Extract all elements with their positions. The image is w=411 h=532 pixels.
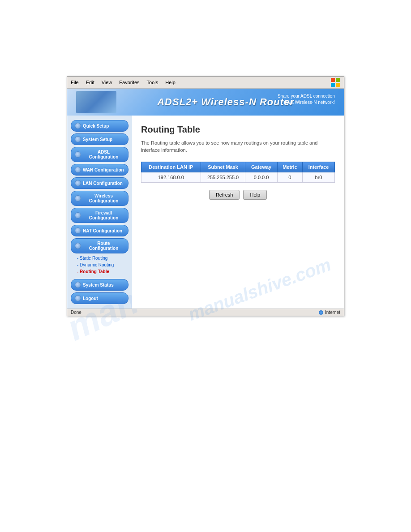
router-body: Quick Setup System Setup ADSL Configurat…: [67, 116, 344, 309]
header-image: [76, 91, 116, 113]
menu-view[interactable]: View: [102, 80, 112, 85]
nav-circle-icon: [75, 212, 81, 219]
main-content: Routing Table The Routing table allows y…: [132, 116, 344, 309]
col-dest-ip: Destination LAN IP: [141, 162, 201, 172]
sidebar-item-wan-config[interactable]: WAN Configuration: [71, 164, 128, 176]
page-description: The Routing table allows you to see how …: [141, 139, 335, 154]
browser-menubar: File Edit View Favorites Tools Help: [67, 77, 344, 89]
col-interface: Interface: [303, 162, 335, 172]
nav-circle-icon: [75, 195, 81, 202]
internet-label: Internet: [325, 310, 340, 315]
col-metric: Metric: [277, 162, 302, 172]
menu-file[interactable]: File: [71, 80, 79, 85]
nav-circle-icon: [75, 295, 81, 301]
browser-window: File Edit View Favorites Tools Help ADSL…: [67, 76, 344, 316]
sidebar-item-quick-setup[interactable]: Quick Setup: [71, 120, 128, 132]
svg-rect-0: [331, 78, 335, 82]
sidebar-item-nat-config[interactable]: NAT Configuration: [71, 225, 128, 236]
cell-gateway: 0.0.0.0: [245, 172, 277, 183]
sidebar-item-wireless-config[interactable]: Wireless Configuration: [71, 191, 128, 206]
sidebar-item-system-setup[interactable]: System Setup: [71, 133, 128, 145]
nav-circle-icon: [75, 151, 81, 158]
col-gateway: Gateway: [245, 162, 277, 172]
menu-help[interactable]: Help: [165, 80, 176, 85]
table-row: 192.168.0.0 255.255.255.0 0.0.0.0 0 br0: [141, 172, 335, 183]
header-subtitle: Share your ADSL connection via a Wireles…: [278, 93, 335, 106]
sidebar-item-system-status[interactable]: System Status: [71, 279, 128, 291]
nav-circle-icon: [75, 282, 81, 288]
nav-circle-icon: [75, 243, 81, 249]
sidebar: Quick Setup System Setup ADSL Configurat…: [67, 116, 132, 309]
col-subnet-mask: Subnet Mask: [201, 162, 245, 172]
cell-dest-ip: 192.168.0.0: [141, 172, 201, 183]
cell-subnet-mask: 255.255.255.0: [201, 172, 245, 183]
subnav-routing-table[interactable]: Routing Table: [76, 269, 128, 275]
page-title: Routing Table: [141, 124, 335, 135]
nav-circle-icon: [75, 123, 81, 129]
sidebar-item-firewall-config[interactable]: Firewall Configuration: [71, 208, 128, 223]
subnav-dynamic-routing[interactable]: Dynamic Routing: [76, 262, 128, 268]
menu-tools[interactable]: Tools: [147, 80, 158, 85]
nav-circle-icon: [75, 167, 81, 173]
sub-nav: Static Routing Dynamic Routing Routing T…: [71, 255, 128, 275]
action-buttons: Refresh Help: [141, 190, 335, 200]
windows-logo-icon: [330, 77, 340, 87]
sidebar-item-lan-config[interactable]: LAN Configuration: [71, 177, 128, 189]
sidebar-item-route-config[interactable]: Route Configuration: [71, 238, 128, 253]
nav-circle-icon: [75, 136, 81, 142]
router-ui: ADSL2+ Wireless-N Router Share your ADSL…: [67, 89, 344, 316]
sidebar-item-adsl-config[interactable]: ADSL Configuration: [71, 147, 128, 162]
svg-rect-2: [331, 83, 335, 87]
status-bar: Done Internet: [67, 309, 344, 316]
status-bar-right: Internet: [319, 310, 340, 315]
help-button[interactable]: Help: [243, 190, 267, 200]
svg-rect-3: [336, 83, 340, 87]
refresh-button[interactable]: Refresh: [209, 190, 240, 200]
nav-circle-icon: [75, 227, 81, 234]
router-header: ADSL2+ Wireless-N Router Share your ADSL…: [67, 89, 344, 116]
nav-circle-icon: [75, 180, 81, 186]
cell-metric: 0: [277, 172, 302, 183]
status-text: Done: [71, 310, 81, 315]
routing-table: Destination LAN IP Subnet Mask Gateway M…: [141, 162, 335, 183]
subnav-static-routing[interactable]: Static Routing: [76, 255, 128, 261]
internet-icon: [319, 310, 323, 315]
cell-interface: br0: [303, 172, 335, 183]
svg-rect-1: [336, 78, 340, 82]
menu-favorites[interactable]: Favorites: [119, 80, 139, 85]
sidebar-item-logout[interactable]: Logout: [71, 292, 128, 304]
menu-edit[interactable]: Edit: [86, 80, 94, 85]
